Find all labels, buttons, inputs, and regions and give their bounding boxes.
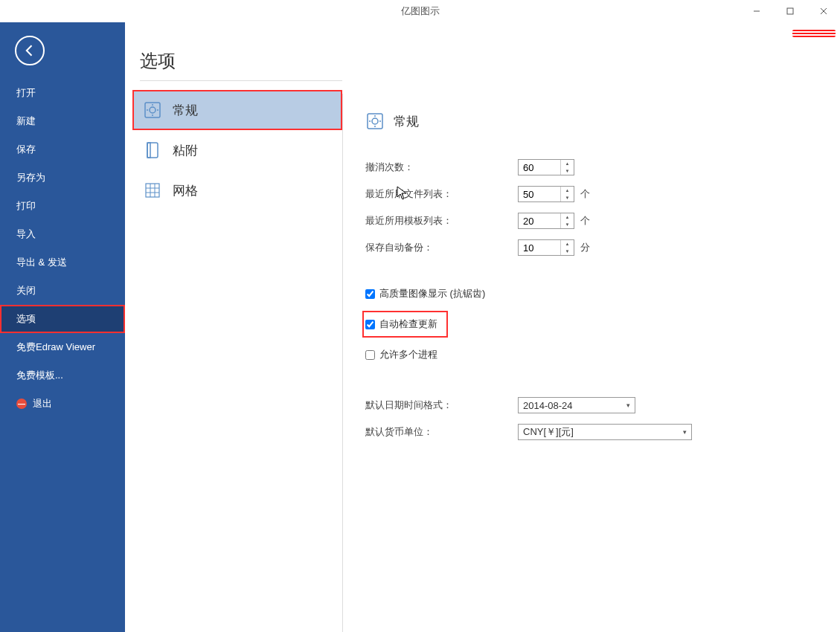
sidebar-item-import[interactable]: 导入 bbox=[0, 220, 125, 248]
sidebar-item-exit[interactable]: — 退出 bbox=[0, 390, 125, 418]
checkbox-auto-update[interactable] bbox=[365, 320, 375, 329]
row-recent-templates: 最近所用模板列表： ▲▼ 个 bbox=[365, 213, 818, 229]
row-high-quality: 高质量图像显示 (抗锯齿) bbox=[365, 287, 818, 300]
row-autosave: 保存自动备份： ▲▼ 分 bbox=[365, 239, 818, 256]
row-multi-process: 允许多个进程 bbox=[365, 348, 818, 361]
spinner-up[interactable]: ▲ bbox=[561, 160, 574, 167]
sidebar-item-export[interactable]: 导出 & 发送 bbox=[0, 248, 125, 277]
label-auto-update: 自动检查更新 bbox=[379, 317, 437, 331]
svg-rect-7 bbox=[147, 143, 150, 158]
spinner-down[interactable]: ▼ bbox=[561, 194, 574, 201]
app-title: 亿图图示 bbox=[401, 4, 440, 18]
select-date-format[interactable]: 2014-08-24 ▾ bbox=[518, 397, 635, 413]
row-date-format: 默认日期时间格式： 2014-08-24 ▾ bbox=[365, 397, 818, 413]
recent-files-input[interactable] bbox=[519, 187, 560, 201]
select-value: 2014-08-24 bbox=[523, 400, 573, 411]
spinner-down[interactable]: ▼ bbox=[561, 221, 574, 228]
row-currency: 默认货币单位： CNY[￥][元] ▾ bbox=[365, 424, 818, 440]
exit-icon: — bbox=[16, 399, 27, 409]
recent-templates-spinner[interactable]: ▲▼ bbox=[518, 213, 574, 229]
row-auto-update: 自动检查更新 bbox=[362, 311, 448, 338]
svg-point-5 bbox=[150, 107, 156, 113]
sidebar-item-print[interactable]: 打印 bbox=[0, 192, 125, 220]
row-recent-files: 最近所用文件列表： ▲▼ 个 bbox=[365, 186, 818, 202]
sidebar-item-viewer[interactable]: 免费Edraw Viewer bbox=[0, 333, 125, 361]
sidebar-item-save[interactable]: 保存 bbox=[0, 135, 125, 164]
close-button[interactable] bbox=[807, 0, 840, 22]
select-value: CNY[￥][元] bbox=[523, 425, 574, 439]
svg-point-14 bbox=[372, 118, 378, 124]
unit-autosave: 分 bbox=[580, 241, 590, 254]
label-currency: 默认货币单位： bbox=[365, 425, 518, 439]
sub-nav-label: 常规 bbox=[173, 102, 198, 119]
gear-icon bbox=[365, 112, 385, 131]
titlebar: 亿图图示 bbox=[0, 0, 840, 22]
undo-input[interactable] bbox=[519, 160, 560, 175]
sidebar-item-save-as[interactable]: 另存为 bbox=[0, 164, 125, 192]
spinner-up[interactable]: ▲ bbox=[561, 213, 574, 221]
label-high-quality: 高质量图像显示 (抗锯齿) bbox=[379, 287, 485, 300]
checkbox-multi-process[interactable] bbox=[365, 350, 375, 360]
row-undo: 撤消次数： ▲▼ bbox=[365, 159, 818, 175]
svg-rect-1 bbox=[787, 8, 793, 14]
gear-icon bbox=[143, 100, 162, 120]
spinner-down[interactable]: ▼ bbox=[561, 167, 574, 175]
label-recent-files: 最近所用文件列表： bbox=[365, 187, 518, 201]
sub-nav-label: 网格 bbox=[173, 182, 198, 199]
autosave-input[interactable] bbox=[519, 240, 560, 255]
sidebar-item-templates[interactable]: 免费模板... bbox=[0, 361, 125, 390]
sidebar-item-close[interactable]: 关闭 bbox=[0, 277, 125, 305]
content-header: 常规 bbox=[365, 112, 818, 131]
label-multi-process: 允许多个进程 bbox=[379, 348, 437, 361]
svg-rect-6 bbox=[147, 143, 158, 158]
label-date-format: 默认日期时间格式： bbox=[365, 399, 518, 412]
maximize-button[interactable] bbox=[773, 0, 807, 22]
divider bbox=[140, 80, 342, 81]
sub-nav-label: 粘附 bbox=[173, 142, 198, 159]
sidebar-item-open[interactable]: 打开 bbox=[0, 79, 125, 107]
select-currency[interactable]: CNY[￥][元] ▾ bbox=[518, 424, 692, 440]
autosave-spinner[interactable]: ▲▼ bbox=[518, 239, 574, 256]
content-panel: 常规 撤消次数： ▲▼ 最近所用文件列表： ▲▼ 个 最近所用模板列表： bbox=[343, 22, 840, 632]
spinner-down[interactable]: ▼ bbox=[561, 248, 574, 255]
grid-icon bbox=[143, 181, 162, 200]
label-autosave: 保存自动备份： bbox=[365, 241, 518, 254]
chevron-down-icon: ▾ bbox=[626, 402, 630, 409]
sub-nav-snap[interactable]: 粘附 bbox=[132, 130, 342, 170]
unit-recent-files: 个 bbox=[580, 187, 590, 201]
sub-nav-general[interactable]: 常规 bbox=[132, 90, 342, 130]
sidebar-item-options[interactable]: 选项 bbox=[0, 305, 125, 333]
undo-spinner[interactable]: ▲▼ bbox=[518, 159, 574, 175]
sidebar: 打开 新建 保存 另存为 打印 导入 导出 & 发送 关闭 选项 免费Edraw… bbox=[0, 22, 125, 632]
spinner-up[interactable]: ▲ bbox=[561, 187, 574, 194]
recent-files-spinner[interactable]: ▲▼ bbox=[518, 186, 574, 202]
label-recent-templates: 最近所用模板列表： bbox=[365, 214, 518, 228]
sub-nav-panel: 选项 常规 粘附 网格 bbox=[125, 22, 342, 632]
chevron-down-icon: ▾ bbox=[683, 428, 687, 436]
attach-icon bbox=[143, 141, 162, 160]
content-title: 常规 bbox=[394, 113, 419, 130]
sub-nav-grid[interactable]: 网格 bbox=[132, 170, 342, 210]
checkbox-high-quality[interactable] bbox=[365, 289, 375, 299]
svg-rect-8 bbox=[146, 184, 159, 197]
label-undo: 撤消次数： bbox=[365, 161, 518, 174]
unit-recent-templates: 个 bbox=[580, 214, 590, 228]
recent-templates-input[interactable] bbox=[519, 213, 560, 228]
window-controls bbox=[740, 0, 840, 22]
spinner-up[interactable]: ▲ bbox=[561, 240, 574, 248]
back-button[interactable] bbox=[15, 36, 45, 65]
sidebar-item-new[interactable]: 新建 bbox=[0, 107, 125, 135]
minimize-button[interactable] bbox=[740, 0, 773, 22]
page-title: 选项 bbox=[140, 49, 342, 73]
